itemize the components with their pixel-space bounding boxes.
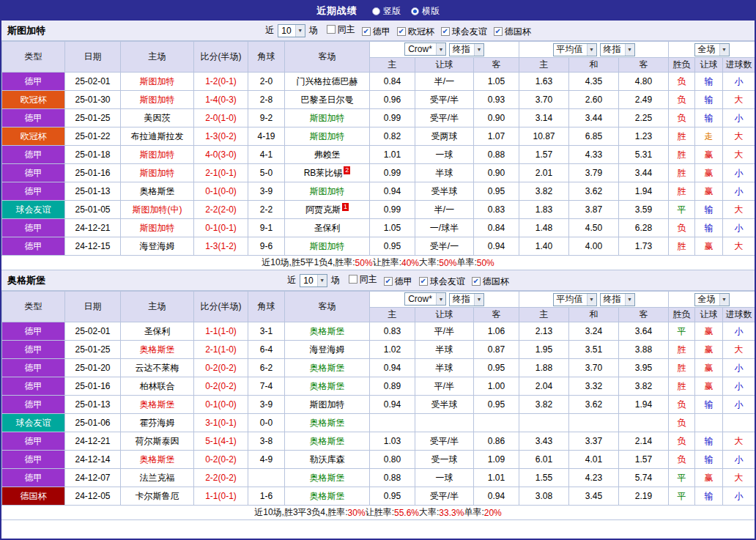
checkbox-icon[interactable] xyxy=(327,25,336,34)
away-team-name[interactable]: 斯图加特 xyxy=(310,131,345,141)
away-team-name[interactable]: 奥格斯堡 xyxy=(310,436,345,446)
recent-count-select[interactable]: 10▼ xyxy=(300,274,327,287)
away-team-name[interactable]: 奥格斯堡 xyxy=(310,418,345,428)
home-team-name[interactable]: 美因茨 xyxy=(144,113,171,123)
checkbox-icon[interactable] xyxy=(349,275,357,284)
column-header: 比分(半场) xyxy=(194,42,248,73)
bookmaker-select[interactable]: Crow*▼ xyxy=(404,42,446,56)
result-handicap: 输 xyxy=(695,219,723,237)
away-team-name[interactable]: 斯图加特 xyxy=(310,113,345,123)
home-team-name[interactable]: 霍芬海姆 xyxy=(140,418,175,428)
match-scope-select[interactable]: 全场▼ xyxy=(694,43,730,56)
radio-icon[interactable] xyxy=(411,7,419,15)
home-team-name[interactable]: 卡尔斯鲁厄 xyxy=(136,491,179,501)
column-header: 主 xyxy=(370,308,415,322)
odds-cell: 3.82 xyxy=(619,377,669,396)
summary-line: 近10场,胜5平1负4, 胜率:50% 让胜率:40% 大率:50% 单率:50… xyxy=(1,256,755,270)
odds-cell: 5.74 xyxy=(619,469,669,487)
competition-badge: 德甲 xyxy=(2,219,65,237)
home-team-name[interactable]: 奥格斯堡 xyxy=(140,399,175,410)
match-date: 24-12-14 xyxy=(65,451,121,469)
away-team-name[interactable]: 海登海姆 xyxy=(310,344,345,355)
checkbox-icon[interactable]: ✔ xyxy=(494,27,503,36)
filter-checkbox-1[interactable]: 同主 xyxy=(349,273,377,286)
away-team-name[interactable]: 斯图加特 xyxy=(310,186,345,196)
home-team-name[interactable]: 柏林联合 xyxy=(140,381,175,391)
odds-cell: 1.03 xyxy=(370,432,415,451)
filter-checkbox-4[interactable]: ✔德国杯 xyxy=(472,275,509,288)
home-team-name[interactable]: 云达不莱梅 xyxy=(136,363,179,373)
radio-icon[interactable] xyxy=(372,7,380,15)
checkbox-icon[interactable]: ✔ xyxy=(441,27,450,36)
europe-average-select[interactable]: 平均值▼ xyxy=(553,293,597,306)
layout-option-2[interactable]: 横版 xyxy=(411,5,440,18)
away-team-name[interactable]: 门兴格拉德巴赫 xyxy=(297,76,358,86)
away-team-name[interactable]: 阿贾克斯 xyxy=(305,204,341,215)
home-team-name[interactable]: 奥格斯堡 xyxy=(140,344,175,355)
team-name: 奥格斯堡 xyxy=(7,274,45,287)
odds-cell: 受半球 xyxy=(415,182,474,201)
home-team-name[interactable]: 法兰克福 xyxy=(140,473,175,483)
away-team-name[interactable]: 勒沃库森 xyxy=(310,454,345,465)
odds-cell: 3.95 xyxy=(619,359,669,377)
away-team-name[interactable]: 弗赖堡 xyxy=(314,149,341,160)
layout-option-1[interactable]: 竖版 xyxy=(372,5,401,18)
match-scope-select[interactable]: 全场▼ xyxy=(694,293,730,306)
odds-cell: 1.40 xyxy=(519,237,569,256)
corner-cell: 2-8 xyxy=(248,91,285,109)
home-team-name[interactable]: 荷尔斯泰因 xyxy=(136,436,179,446)
home-team-name[interactable]: 斯图加特 xyxy=(140,223,175,233)
away-team-name[interactable]: 奥格斯堡 xyxy=(310,473,345,483)
home-team-name[interactable]: 奥格斯堡 xyxy=(140,454,175,465)
home-team-name[interactable]: 海登海姆 xyxy=(140,241,175,251)
home-team-name[interactable]: 斯图加特 xyxy=(140,95,175,105)
checkbox-icon[interactable]: ✔ xyxy=(384,277,393,286)
away-team-name[interactable]: RB莱比锡 xyxy=(304,168,343,178)
away-team-name[interactable]: 斯图加特 xyxy=(310,241,345,251)
filter-checkbox-5[interactable]: ✔德国杯 xyxy=(494,26,531,38)
odds-cell: 0.94 xyxy=(370,396,415,414)
away-team-name[interactable]: 奥格斯堡 xyxy=(310,363,345,373)
filter-checkbox-3[interactable]: ✔欧冠杯 xyxy=(397,26,434,38)
away-team-name[interactable]: 奥格斯堡 xyxy=(310,491,345,501)
away-team-name[interactable]: 奥格斯堡 xyxy=(310,326,345,336)
odds-cell: 0.95 xyxy=(370,237,415,256)
checkbox-icon[interactable]: ✔ xyxy=(472,277,481,286)
away-team-name[interactable]: 斯图加特 xyxy=(310,399,345,410)
match-row: 德甲25-01-16斯图加特2-1(0-1)5-0RB莱比锡20.99半球0.9… xyxy=(2,164,755,182)
checkbox-icon[interactable]: ✔ xyxy=(397,27,406,36)
home-team-name[interactable]: 布拉迪斯拉发 xyxy=(131,131,184,141)
europe-stage-select[interactable]: 终指▼ xyxy=(600,43,635,56)
filter-checkbox-4[interactable]: ✔球会友谊 xyxy=(441,26,487,38)
checkbox-icon[interactable]: ✔ xyxy=(419,277,428,286)
away-cell: 弗赖堡 xyxy=(285,146,370,164)
home-team-name[interactable]: 斯图加特(中) xyxy=(133,204,182,215)
result-handicap: 输 xyxy=(695,451,723,469)
home-team-name[interactable]: 圣保利 xyxy=(144,326,171,336)
competition-badge: 德甲 xyxy=(2,469,65,487)
away-team-name[interactable]: 巴黎圣日尔曼 xyxy=(301,95,354,105)
select-value: 终指 xyxy=(604,293,625,306)
away-team-name[interactable]: 奥格斯堡 xyxy=(310,381,345,391)
home-team-name[interactable]: 奥格斯堡 xyxy=(140,186,175,196)
home-team-name[interactable]: 斯图加特 xyxy=(140,168,175,178)
checkbox-icon[interactable]: ✔ xyxy=(362,27,371,36)
filter-checkbox-3[interactable]: ✔球会友谊 xyxy=(419,275,465,288)
filter-checkbox-2[interactable]: ✔德甲 xyxy=(362,26,390,38)
select-value: 全场 xyxy=(698,43,719,56)
home-team-name[interactable]: 斯图加特 xyxy=(140,149,175,160)
away-team-name[interactable]: 圣保利 xyxy=(314,223,341,233)
recent-count-select[interactable]: 10▼ xyxy=(278,24,305,37)
match-row: 球会友谊25-01-05斯图加特(中)2-2(2-0)2-2阿贾克斯10.99半… xyxy=(2,201,755,219)
filter-checkbox-1[interactable]: 同主 xyxy=(327,23,355,36)
asian-stage-select[interactable]: 终指▼ xyxy=(449,43,484,56)
column-header: 让球 xyxy=(695,58,723,73)
home-team-name[interactable]: 斯图加特 xyxy=(140,76,175,86)
asian-stage-select[interactable]: 终指▼ xyxy=(449,293,484,306)
bookmaker-select[interactable]: Crow*▼ xyxy=(404,292,446,306)
score-cell: 1-3(1-2) xyxy=(194,237,248,256)
result-handicap: 赢 xyxy=(695,182,723,201)
europe-stage-select[interactable]: 终指▼ xyxy=(600,293,635,306)
europe-average-select[interactable]: 平均值▼ xyxy=(553,43,597,56)
filter-checkbox-2[interactable]: ✔德甲 xyxy=(384,275,412,288)
